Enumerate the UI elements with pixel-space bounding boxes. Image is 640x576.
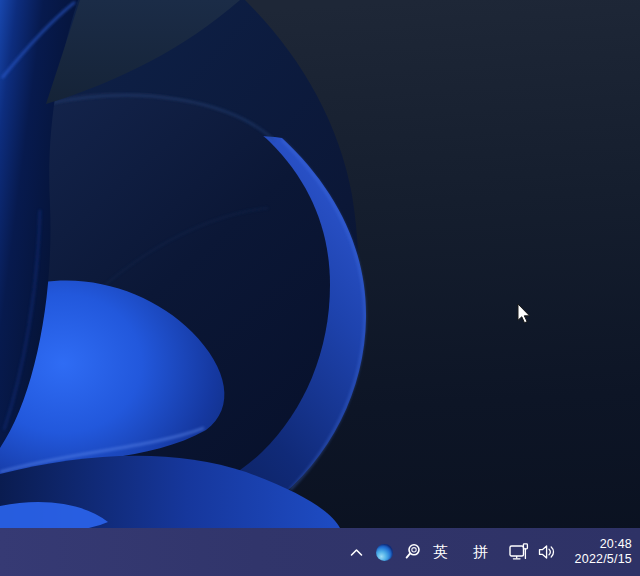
clock[interactable]: 20:48 2022/5/15 <box>575 537 632 567</box>
safely-remove-hardware-button[interactable] <box>509 536 529 568</box>
desktop: 英 拼 20:48 2022/ <box>0 0 640 576</box>
magnifier-icon <box>404 543 422 561</box>
wallpaper-bloom <box>0 0 640 576</box>
taskbar: 英 拼 20:48 2022/ <box>0 528 640 576</box>
safely-remove-hardware-icon <box>509 543 529 561</box>
clock-time: 20:48 <box>575 537 632 552</box>
edge-tray-button[interactable] <box>375 536 395 568</box>
clock-date: 2022/5/15 <box>575 552 632 567</box>
magnifier-tray-button[interactable] <box>403 536 423 568</box>
volume-icon <box>538 544 556 560</box>
system-tray: 英 拼 20:48 2022/ <box>347 528 640 576</box>
hidden-icons-button[interactable] <box>347 536 367 568</box>
volume-button[interactable] <box>537 536 557 568</box>
ime-language-button[interactable]: 英 <box>431 536 451 568</box>
edge-sphere-icon <box>376 544 393 561</box>
chevron-up-icon <box>350 548 363 557</box>
ime-pinyin-button[interactable]: 拼 <box>471 536 491 568</box>
